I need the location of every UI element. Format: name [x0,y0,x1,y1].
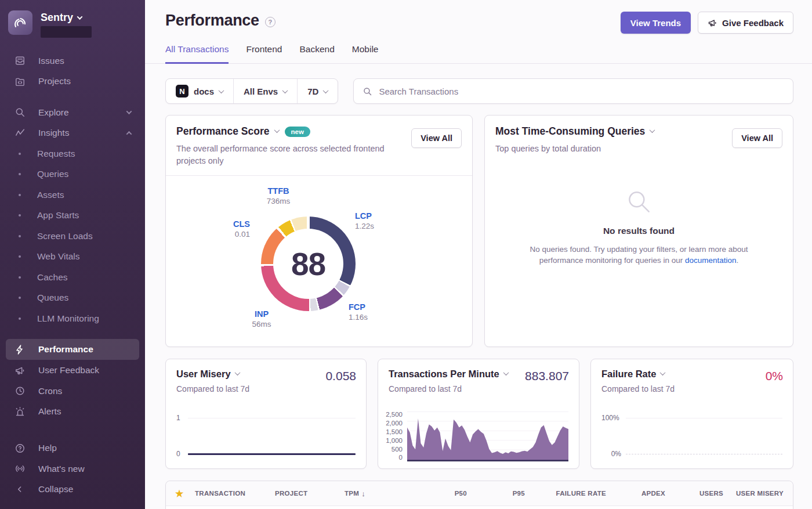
sidebar-item-projects[interactable]: Projects [0,71,145,92]
y-axis-min-label: 0 [176,450,183,458]
star-icon[interactable]: ★ [175,488,195,499]
failure-rate-chart: 100% 0% [601,413,782,460]
project-selector[interactable]: N docs [166,79,233,103]
chevron-down-icon [323,88,329,93]
sidebar-item-performance[interactable]: Performance [6,339,139,360]
sidebar-item-requests[interactable]: Requests [0,143,145,164]
bullet-icon [19,153,21,155]
insights-icon [14,128,26,139]
chevron-down-icon [219,88,224,93]
sidebar-item-issues[interactable]: Issues [0,50,145,71]
card-title-label: Performance Score [176,125,270,138]
vital-lcp[interactable]: LCP 1.22s [355,211,374,230]
column-header-apdex[interactable]: APDEX [606,490,665,497]
bullet-icon [19,297,21,299]
user-misery-series-line [188,453,356,455]
performance-score-card: Performance Score new The overall perfor… [165,115,473,347]
sidebar-item-label: Screen Loads [37,231,93,241]
queries-card-title[interactable]: Most Time-Consuming Queries [495,125,654,138]
column-header-p50[interactable]: P50 [412,490,467,497]
sidebar-item-label: Insights [38,128,114,138]
sidebar-item-llm-monitoring[interactable]: LLM Monitoring [0,308,145,329]
tab-mobile[interactable]: Mobile [352,44,379,64]
column-header-user-misery[interactable]: USER MISERY [723,490,784,497]
date-range-selector[interactable]: 7D [297,79,338,103]
sidebar-item-label: User Feedback [38,365,133,376]
column-header-p95[interactable]: P95 [467,490,525,497]
card-title-label: Transactions Per Minute [389,369,499,380]
sidebar-item-help[interactable]: Help [0,438,145,459]
search-transactions-box[interactable] [353,78,793,104]
column-header-transaction[interactable]: TRANSACTION [195,490,275,497]
sidebar-item-explore[interactable]: Explore [0,102,145,123]
view-all-button[interactable]: View All [732,128,782,148]
brand-name[interactable]: Sentry [41,12,92,24]
search-transactions-input[interactable] [379,86,784,96]
sidebar-item-label: What's new [38,464,133,474]
app-window: Sentry Issues Project [0,0,812,509]
sidebar-item-label: Alerts [38,406,133,417]
tpm-area-chart[interactable] [407,411,568,461]
sidebar-item-queues[interactable]: Queues [0,287,145,308]
view-trends-button[interactable]: View Trends [621,12,691,34]
sidebar-item-screen-loads[interactable]: Screen Loads [0,226,145,247]
time-consuming-queries-card: Most Time-Consuming Queries Top queries … [484,115,793,347]
performance-score-description: The overall performance score across sel… [176,143,397,167]
tab-all-transactions[interactable]: All Transactions [165,44,229,64]
tab-backend[interactable]: Backend [299,44,334,64]
project-selector-label: docs [194,86,214,96]
card-title-label: User Misery [176,369,231,380]
sidebar: Sentry Issues Project [0,0,145,509]
sidebar-collapse-button[interactable]: Collapse [0,479,145,500]
column-header-failure-rate[interactable]: FAILURE RATE [525,490,606,497]
column-header-project[interactable]: PROJECT [275,490,345,497]
sidebar-spacer [0,422,145,438]
environment-selector[interactable]: All Envs [233,79,297,103]
vital-value: 1.22s [355,222,374,230]
sidebar-item-caches[interactable]: Caches [0,267,145,288]
chevron-down-icon [274,127,280,133]
column-header-users[interactable]: USERS [665,490,723,497]
project-avatar: N [176,85,188,98]
vital-inp[interactable]: INP 56ms [241,309,282,328]
failure-rate-subtitle: Compared to last 7d [601,384,782,394]
sentry-logo-icon[interactable] [8,10,32,35]
sidebar-item-label: Explore [38,107,114,118]
sidebar-item-label: App Starts [37,210,79,221]
sidebar-item-label: Performance [38,344,133,355]
sidebar-item-alerts[interactable]: Alerts [0,401,145,422]
sidebar-item-label: Caches [37,272,68,283]
sidebar-spacer [0,92,145,102]
sidebar-item-crons[interactable]: Crons [0,381,145,402]
column-header-tpm[interactable]: TPM ↓ [345,489,412,498]
y-axis-tick: 1,000 [386,438,403,445]
performance-score-title[interactable]: Performance Score [176,125,279,138]
org-switcher[interactable]: Sentry [0,8,145,38]
bullet-icon [19,255,21,258]
sidebar-item-whats-new[interactable]: What's new [0,459,145,479]
give-feedback-button[interactable]: Give Feedback [698,12,793,34]
help-tooltip-icon[interactable]: ? [265,17,276,27]
sidebar-item-label: Projects [38,76,133,86]
user-misery-card: User Misery 0.058 Compared to last 7d 1 … [165,359,367,469]
view-all-button[interactable]: View All [411,128,462,148]
sidebar-item-app-starts[interactable]: App Starts [0,205,145,226]
projects-icon [14,76,26,87]
sidebar-item-insights[interactable]: Insights [0,122,145,143]
failure-rate-title[interactable]: Failure Rate [601,369,782,380]
page-filters: N docs All Envs 7D [165,78,338,104]
vital-cls[interactable]: CLS 0.01 [206,219,250,239]
documentation-link[interactable]: documentation [685,256,737,265]
tab-frontend[interactable]: Frontend [246,44,282,64]
bullet-icon [19,276,21,279]
transactions-table: ★ TRANSACTION PROJECT TPM ↓ P50 P95 FAIL… [165,481,793,509]
sidebar-item-web-vitals[interactable]: Web Vitals [0,246,145,267]
vital-fcp[interactable]: FCP 1.16s [349,302,368,322]
sidebar-item-assets[interactable]: Assets [0,185,145,205]
sidebar-item-queries[interactable]: Queries [0,164,145,185]
sort-desc-icon: ↓ [361,489,365,498]
sidebar-item-user-feedback[interactable]: User Feedback [0,360,145,381]
bullet-icon [19,173,21,175]
vital-ttfb[interactable]: TTFB 736ms [253,186,304,205]
y-axis-tick: 500 [392,446,403,453]
